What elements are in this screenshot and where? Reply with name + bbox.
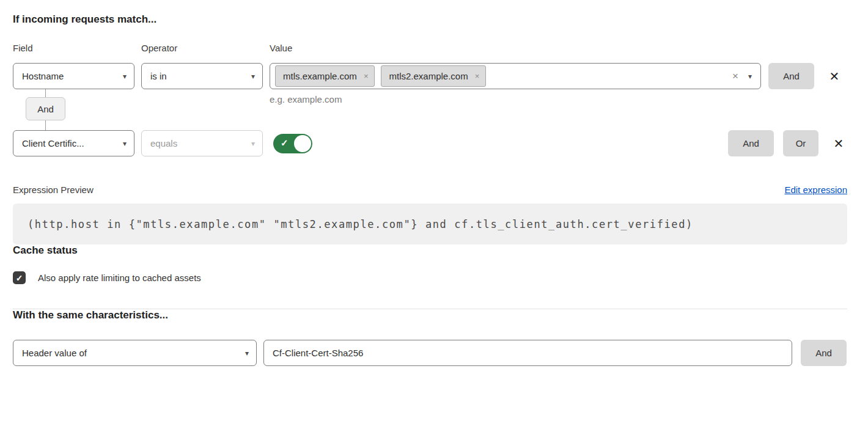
chevron-down-icon: ▾ [123, 140, 127, 147]
cache-status-heading: Cache status [13, 244, 847, 257]
value-multiselect[interactable]: mtls.example.com × mtls2.example.com × ×… [270, 63, 761, 89]
column-labels: Field Operator Value [13, 43, 847, 53]
operator-column-label: Operator [141, 43, 270, 53]
connector-and-button[interactable]: And [26, 97, 65, 120]
cache-checkbox-row: ✓ Also apply rate limiting to cached ass… [13, 271, 847, 284]
chevron-down-icon: ▾ [123, 73, 127, 80]
chevron-down-icon[interactable]: ▾ [748, 73, 752, 80]
operator-select-1[interactable]: is in ▾ [141, 63, 263, 89]
expression-preview-label: Expression Preview [13, 185, 94, 195]
chevron-down-icon: ▾ [251, 73, 255, 80]
condition-row-2-actions: And Or ✕ [728, 130, 847, 156]
characteristics-row: Header value of ▾ And [13, 340, 847, 366]
remove-condition-button-1[interactable]: ✕ [826, 70, 843, 82]
toggle-knob [294, 135, 311, 152]
value-helper-text: e.g. example.com [270, 94, 342, 105]
value-tag: mtls.example.com × [275, 65, 375, 87]
value-tag-label: mtls.example.com [283, 71, 357, 81]
cached-assets-checkbox[interactable]: ✓ [13, 271, 26, 284]
expression-code: (http.host in {"mtls.example.com" "mtls2… [28, 218, 693, 230]
tag-remove-icon[interactable]: × [475, 72, 480, 81]
chevron-down-icon: ▾ [245, 350, 249, 357]
chevron-down-icon: ▾ [251, 140, 255, 147]
rate-limit-rule-builder: If incoming requests match... Field Oper… [0, 0, 868, 366]
tag-remove-icon[interactable]: × [364, 72, 369, 81]
match-section-title: If incoming requests match... [13, 13, 847, 26]
characteristics-heading: With the same characteristics... [13, 309, 847, 321]
add-and-condition-button-2[interactable]: And [728, 130, 774, 156]
condition-row-1: Hostname ▾ is in ▾ mtls.example.com × mt… [13, 63, 847, 89]
condition-row-2: Client Certific... ▾ equals ▾ ✓ And Or ✕ [13, 130, 847, 156]
expression-preview-header: Expression Preview Edit expression [13, 185, 847, 195]
field-column-label: Field [13, 43, 141, 53]
field-select-2[interactable]: Client Certific... ▾ [13, 130, 134, 156]
check-icon: ✓ [281, 138, 289, 148]
clear-values-icon[interactable]: × [732, 70, 738, 82]
cached-assets-checkbox-label: Also apply rate limiting to cached asset… [38, 273, 201, 283]
add-and-condition-button-1[interactable]: And [768, 63, 814, 89]
expression-preview-box: (http.host in {"mtls.example.com" "mtls2… [13, 204, 847, 244]
value-column-label: Value [270, 43, 292, 53]
value-tag: mtls2.example.com × [381, 65, 486, 87]
edit-expression-link[interactable]: Edit expression [784, 185, 847, 195]
add-characteristic-and-button[interactable]: And [801, 340, 847, 366]
add-or-condition-button-2[interactable]: Or [783, 130, 818, 156]
row-connector-area: And e.g. example.com [13, 89, 847, 130]
cert-verified-toggle[interactable]: ✓ [273, 134, 312, 153]
remove-condition-button-2[interactable]: ✕ [830, 138, 847, 150]
operator-select-2: equals ▾ [141, 130, 263, 156]
value-tag-label: mtls2.example.com [389, 71, 468, 81]
header-name-input[interactable] [263, 340, 792, 366]
characteristic-type-select[interactable]: Header value of ▾ [13, 340, 257, 366]
field-select-1[interactable]: Hostname ▾ [13, 63, 134, 89]
